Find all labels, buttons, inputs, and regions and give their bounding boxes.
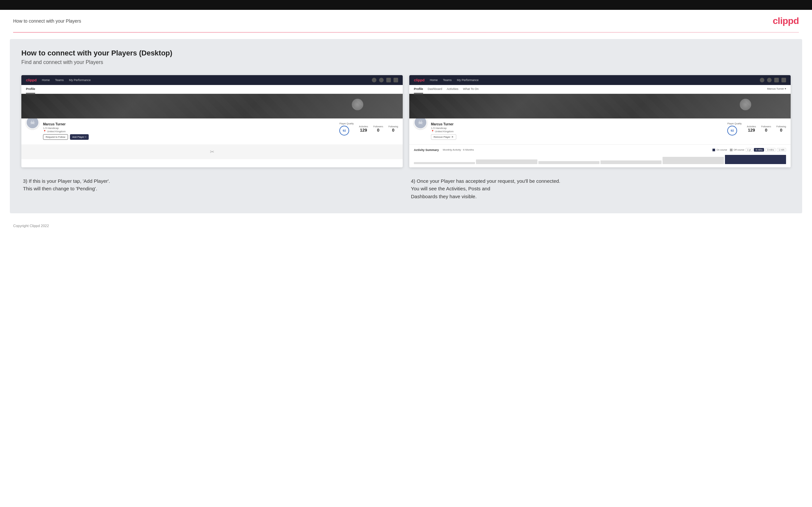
activity-title: Activity Summary: [414, 148, 439, 152]
profile-name-2: Marcus Turner: [431, 122, 721, 126]
quality-stat-2: Player Quality 92: [727, 122, 742, 135]
user-icon-1[interactable]: [379, 78, 384, 82]
tab-whattoon-2[interactable]: What To On: [463, 85, 478, 94]
profile-location-2: 📍 United Kingdom: [431, 130, 721, 133]
filter-1mth[interactable]: 1 mth: [777, 148, 786, 152]
header-divider: [13, 32, 799, 33]
chart-bar-4: [601, 161, 662, 164]
quality-circle-1: 92: [339, 126, 349, 135]
description-1: 3) If this is your Player tap, 'Add Play…: [21, 177, 403, 200]
page-heading: How to connect with your Players (Deskto…: [21, 49, 791, 57]
chart-bar-3: [539, 161, 600, 164]
activities-stat-2: Activities 129: [747, 125, 756, 132]
chart-bar-6: [725, 155, 786, 164]
screenshots-row: clippd Home Teams My Performance Profile: [21, 75, 791, 167]
activities-stat-1: Activities 129: [359, 125, 368, 132]
profile-actions-1: Request to Follow Add Player +: [43, 134, 333, 140]
chart-bar-1: [414, 162, 475, 164]
clippd-logo: clippd: [773, 16, 799, 26]
profile-handicap-2: 1-5 Handicap: [431, 127, 721, 130]
profile-info-2: ☠ Marcus Turner 1-5 Handicap 📍 United Ki…: [409, 118, 791, 145]
scissors-icon: ✂: [210, 149, 214, 155]
activity-summary: Activity Summary Monthly Activity · 6 Mo…: [409, 145, 791, 167]
avatar-icon-2: ☠: [418, 119, 423, 126]
player-dropdown[interactable]: Marcus Turner ▾: [767, 85, 786, 94]
golf-banner-1: [21, 94, 403, 118]
filter-6mths[interactable]: 6 mths: [754, 148, 764, 152]
followers-stat-2: Followers 0: [761, 125, 771, 132]
tab-activities-2[interactable]: Activities: [447, 85, 459, 94]
copyright: Copyright Clippd 2022: [13, 224, 49, 228]
on-course-legend-dot: [712, 149, 715, 151]
mock-nav-home-1[interactable]: Home: [42, 78, 50, 82]
chart-bar-2: [476, 160, 537, 164]
avatar-icon-1: ☠: [30, 119, 35, 126]
breadcrumb: How to connect with your Players: [13, 18, 81, 23]
description-text-2: 4) Once your Player has accepted your re…: [411, 177, 789, 200]
profile-text-2: Marcus Turner 1-5 Handicap 📍 United King…: [431, 122, 721, 140]
screenshot-1: clippd Home Teams My Performance Profile: [21, 75, 403, 167]
mock-nav-logo-1: clippd: [26, 78, 37, 82]
footer: Copyright Clippd 2022: [0, 220, 812, 232]
on-course-legend-label: On course: [716, 149, 727, 151]
mock-nav-performance-2[interactable]: My Performance: [457, 78, 478, 82]
mock-nav-teams-2[interactable]: Teams: [443, 78, 452, 82]
profile-info-1: ☠ Marcus Turner 1-5 Handicap 📍 United Ki…: [21, 118, 403, 145]
quality-circle-2: 92: [727, 126, 737, 135]
profile-text-1: Marcus Turner 1-5 Handicap 📍 United King…: [43, 122, 333, 140]
globe-icon-2[interactable]: [781, 78, 786, 82]
add-player-btn[interactable]: Add Player +: [70, 134, 89, 140]
mock-nav-icons-2: [760, 78, 786, 82]
activity-filters: On course Off course 1 yr 6 mths 3 mths …: [712, 148, 786, 152]
mock-nav-home-2[interactable]: Home: [429, 78, 438, 82]
mock-nav-logo-2: clippd: [414, 78, 424, 82]
screenshot-2: clippd Home Teams My Performance Profile…: [409, 75, 791, 167]
search-icon-1[interactable]: [372, 78, 376, 82]
mock-nav-teams-1[interactable]: Teams: [55, 78, 64, 82]
profile-handicap-1: 1-5 Handicap: [43, 127, 333, 130]
filter-1yr[interactable]: 1 yr: [746, 148, 753, 152]
off-course-legend-label: Off course: [734, 149, 744, 151]
quality-stat-1: Player Quality 92: [339, 122, 354, 135]
main-content: How to connect with your Players (Deskto…: [10, 39, 802, 213]
mock-nav-icons-1: [372, 78, 398, 82]
tab-profile-1[interactable]: Profile: [26, 85, 35, 94]
settings-icon-2[interactable]: [774, 78, 779, 82]
mock-nav-2: clippd Home Teams My Performance: [409, 75, 791, 85]
mock-nav-performance-1[interactable]: My Performance: [69, 78, 91, 82]
profile-actions-2: Remove Player ✕: [431, 134, 721, 140]
tab-profile-2[interactable]: Profile: [414, 85, 423, 94]
search-icon-2[interactable]: [760, 78, 764, 82]
following-stat-1: Following 0: [388, 125, 398, 132]
location-icon-2: 📍: [431, 130, 434, 133]
activity-chart: [414, 154, 786, 164]
tab-bar-2: Profile Dashboard Activities What To On …: [409, 85, 791, 94]
stats-area-2: Player Quality 92 Activities 129 Followe…: [727, 122, 786, 135]
golf-banner-2: [409, 94, 791, 118]
description-2: 4) Once your Player has accepted your re…: [409, 177, 791, 200]
description-text-1: 3) If this is your Player tap, 'Add Play…: [23, 177, 401, 192]
close-icon: ✕: [451, 135, 454, 138]
header: How to connect with your Players clippd: [0, 10, 812, 32]
descriptions-row: 3) If this is your Player tap, 'Add Play…: [21, 177, 791, 200]
activity-header: Activity Summary Monthly Activity · 6 Mo…: [414, 148, 786, 152]
following-stat-2: Following 0: [776, 125, 786, 132]
location-icon-1: 📍: [43, 130, 46, 133]
user-icon-2[interactable]: [767, 78, 772, 82]
mock-nav-1: clippd Home Teams My Performance: [21, 75, 403, 85]
request-follow-btn[interactable]: Request to Follow: [43, 134, 68, 140]
filter-3mths[interactable]: 3 mths: [765, 148, 775, 152]
off-course-legend-dot: [730, 149, 732, 151]
tab-bar-1: Profile: [21, 85, 403, 94]
globe-icon-1[interactable]: [394, 78, 398, 82]
stats-area-1: Player Quality 92 Activities 129 Followe…: [339, 122, 398, 135]
tab-dashboard-2[interactable]: Dashboard: [428, 85, 442, 94]
top-black-bar: [0, 0, 812, 10]
activity-subtitle: Monthly Activity · 6 Months: [443, 148, 474, 151]
profile-location-1: 📍 United Kingdom: [43, 130, 333, 133]
followers-stat-1: Followers 0: [373, 125, 383, 132]
activity-header-left: Activity Summary Monthly Activity · 6 Mo…: [414, 148, 474, 152]
remove-player-btn[interactable]: Remove Player ✕: [431, 134, 456, 140]
mock-bottom-1: ✂: [21, 145, 403, 159]
settings-icon-1[interactable]: [386, 78, 391, 82]
